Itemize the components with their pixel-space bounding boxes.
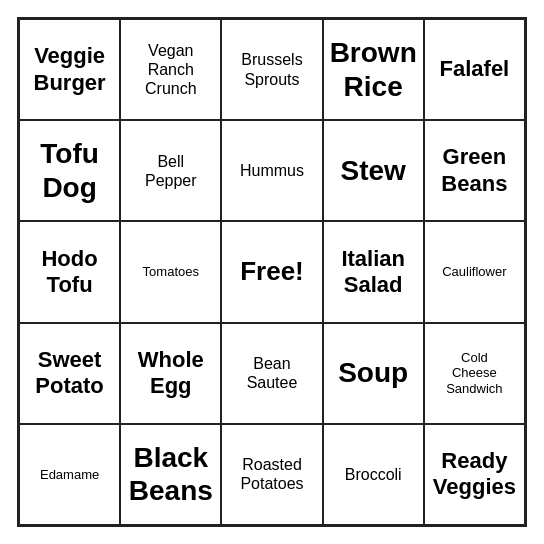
bingo-cell-0: Veggie Burger [19,19,120,120]
bingo-cell-23: Broccoli [323,424,424,525]
bingo-cell-7: Hummus [221,120,322,221]
bingo-cell-3: Brown Rice [323,19,424,120]
bingo-cell-22: Roasted Potatoes [221,424,322,525]
bingo-cell-15: Sweet Potato [19,323,120,424]
bingo-cell-5: Tofu Dog [19,120,120,221]
bingo-cell-19: Cold Cheese Sandwich [424,323,525,424]
bingo-cell-24: Ready Veggies [424,424,525,525]
bingo-cell-14: Cauliflower [424,221,525,322]
bingo-cell-13: Italian Salad [323,221,424,322]
bingo-cell-10: Hodo Tofu [19,221,120,322]
bingo-cell-4: Falafel [424,19,525,120]
bingo-cell-2: Brussels Sprouts [221,19,322,120]
bingo-board: Veggie BurgerVegan Ranch CrunchBrussels … [17,17,527,527]
bingo-cell-16: Whole Egg [120,323,221,424]
bingo-cell-18: Soup [323,323,424,424]
bingo-cell-20: Edamame [19,424,120,525]
bingo-cell-21: Black Beans [120,424,221,525]
bingo-cell-11: Tomatoes [120,221,221,322]
bingo-cell-8: Stew [323,120,424,221]
bingo-cell-17: Bean Sautee [221,323,322,424]
bingo-cell-9: Green Beans [424,120,525,221]
bingo-cell-1: Vegan Ranch Crunch [120,19,221,120]
bingo-cell-12: Free! [221,221,322,322]
bingo-cell-6: Bell Pepper [120,120,221,221]
